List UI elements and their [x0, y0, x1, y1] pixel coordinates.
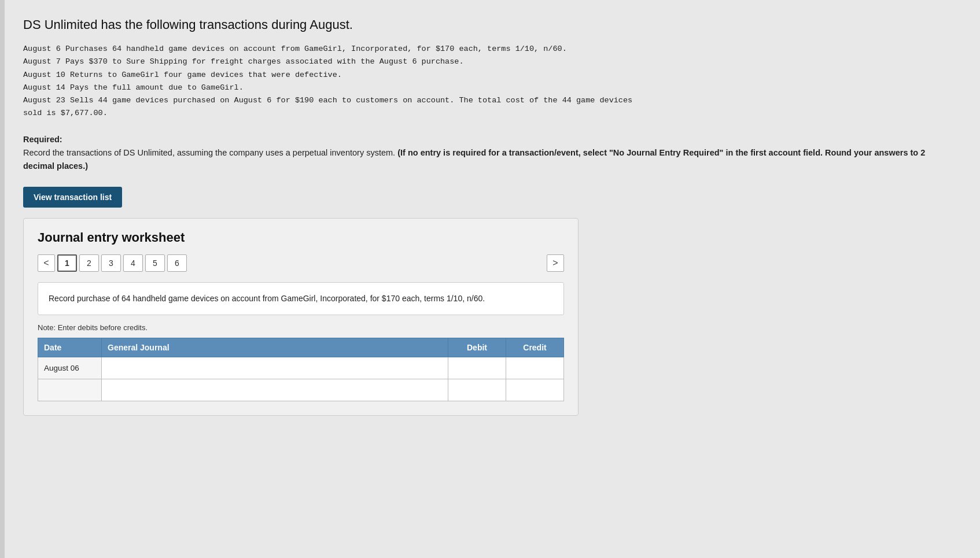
row2-credit-input[interactable] [506, 379, 564, 401]
row2-date [38, 379, 102, 401]
worksheet-container: Journal entry worksheet < 1 2 3 4 5 6 > … [23, 218, 579, 415]
page-6-button[interactable]: 6 [167, 254, 187, 272]
required-label: Required: [23, 135, 62, 144]
row1-credit-input[interactable] [506, 357, 564, 379]
row2-debit-field[interactable] [454, 385, 500, 394]
col-debit: Debit [448, 338, 506, 357]
next-page-button[interactable]: > [547, 254, 564, 272]
row1-date: August 06 [38, 357, 102, 379]
page-3-button[interactable]: 3 [101, 254, 121, 272]
required-section: Required: Record the transactions of DS … [23, 133, 957, 173]
page-1-button[interactable]: 1 [57, 254, 77, 272]
prev-page-button[interactable]: < [38, 254, 55, 272]
row2-credit-field[interactable] [512, 385, 558, 394]
required-text: Record the transactions of DS Unlimited,… [23, 148, 395, 157]
transaction-line-3: August 10 Returns to GameGirl four game … [23, 69, 957, 82]
page-5-button[interactable]: 5 [145, 254, 165, 272]
transaction-line-4: August 14 Pays the full amount due to Ga… [23, 82, 957, 94]
pagination-row: < 1 2 3 4 5 6 > [38, 254, 564, 272]
row2-debit-input[interactable] [448, 379, 506, 401]
page-title: DS Unlimited has the following transacti… [23, 17, 957, 32]
transactions-block: August 6 Purchases 64 handheld game devi… [23, 43, 957, 120]
transaction-line-5: August 23 Sells 44 game devices purchase… [23, 94, 957, 107]
view-transaction-button[interactable]: View transaction list [23, 187, 122, 208]
transaction-description: Record purchase of 64 handheld game devi… [38, 282, 564, 315]
page-4-button[interactable]: 4 [123, 254, 143, 272]
page-2-button[interactable]: 2 [79, 254, 99, 272]
worksheet-title: Journal entry worksheet [38, 230, 564, 245]
transaction-line-1: August 6 Purchases 64 handheld game devi… [23, 43, 957, 56]
row1-debit-input[interactable] [448, 357, 506, 379]
col-general-journal: General Journal [102, 338, 448, 357]
table-row: August 06 [38, 357, 564, 379]
row1-credit-field[interactable] [512, 363, 558, 372]
row1-debit-field[interactable] [454, 363, 500, 372]
journal-table: Date General Journal Debit Credit August… [38, 338, 564, 401]
row2-journal-field[interactable] [108, 385, 442, 394]
col-credit: Credit [506, 338, 564, 357]
row2-journal-input[interactable] [102, 379, 448, 401]
transaction-line-6: sold is $7,677.00. [23, 107, 957, 120]
row1-journal-field[interactable] [108, 363, 442, 372]
sidebar-indicator [0, 0, 5, 558]
transaction-line-2: August 7 Pays $370 to Sure Shipping for … [23, 56, 957, 68]
table-row [38, 379, 564, 401]
row1-journal-input[interactable] [102, 357, 448, 379]
col-date: Date [38, 338, 102, 357]
note-text: Note: Enter debits before credits. [38, 323, 564, 332]
